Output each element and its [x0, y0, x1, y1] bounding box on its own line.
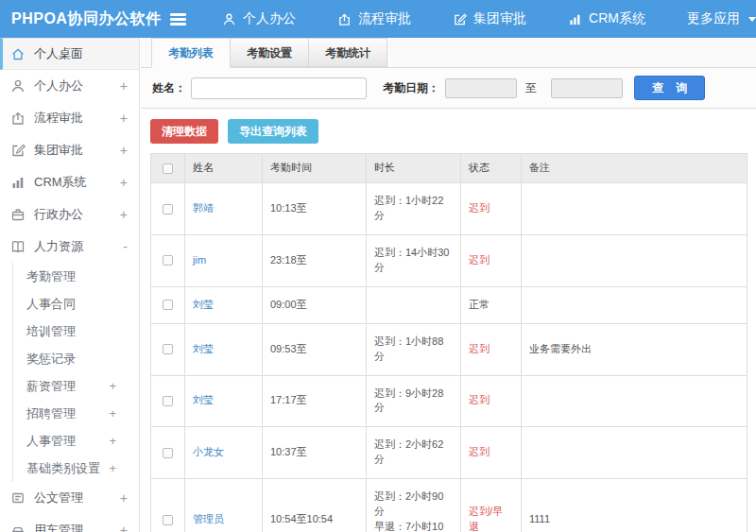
- sidebar-subitem-salary-management[interactable]: 薪资管理 +: [13, 372, 139, 400]
- sidebar-subitem-label: 考勤管理: [26, 268, 76, 285]
- sidebar-subitem-attendance-management[interactable]: 考勤管理: [13, 263, 139, 290]
- nav-more-apps[interactable]: 更多应用: [687, 10, 756, 27]
- sidebar-item-vehicle-management[interactable]: 用车管理 +: [0, 514, 139, 532]
- expand-plus-icon[interactable]: +: [120, 490, 128, 506]
- sidebar-item-label: CRM系统: [34, 174, 87, 191]
- employee-name-link[interactable]: 刘莹: [193, 343, 214, 354]
- employee-name-link[interactable]: 管理员: [193, 513, 224, 524]
- employee-name-link[interactable]: 郭靖: [193, 202, 214, 214]
- sidebar-subitem-recruitment-management[interactable]: 招聘管理 +: [13, 400, 139, 427]
- sidebar-submenu-hr: 考勤管理 人事合同 培训管理 奖惩记录 薪资管理 + 招聘管理 + 人事管理 +…: [12, 263, 139, 482]
- employee-name-link[interactable]: jim: [193, 254, 206, 266]
- sidebar-item-document-management[interactable]: 公文管理 +: [0, 482, 139, 514]
- sidebar-item-personal-desktop[interactable]: 个人桌面: [0, 38, 139, 70]
- caret-down-icon: [748, 17, 756, 22]
- book-icon: [10, 239, 26, 254]
- person-icon: [222, 12, 236, 26]
- sidebar-item-crm-system[interactable]: CRM系统 +: [0, 166, 139, 198]
- attendance-time-cell: 10:13至: [263, 182, 367, 234]
- remark-cell: [522, 234, 747, 286]
- status-badge: 迟到: [461, 375, 522, 427]
- tab-attendance-settings[interactable]: 考勤设置: [230, 38, 309, 67]
- employee-name-link[interactable]: 小龙女: [193, 446, 224, 457]
- nav-personal-office[interactable]: 个人办公: [222, 10, 296, 27]
- sidebar-subitem-personnel-management[interactable]: 人事管理 +: [13, 427, 139, 455]
- content-area: 清理数据 导出查询列表 姓名 考勤时间 时长 状态 备注 郭靖10:13至迟到：…: [141, 109, 756, 532]
- expand-plus-icon[interactable]: +: [120, 111, 128, 126]
- tab-attendance-list[interactable]: 考勤列表: [151, 38, 231, 68]
- row-checkbox[interactable]: [163, 204, 173, 215]
- status-badge: 迟到: [461, 234, 522, 286]
- employee-name-link[interactable]: 刘莹: [193, 299, 214, 310]
- sidebar-subitem-label: 人事管理: [26, 433, 76, 450]
- duration-cell: 迟到：2小时90分早退：7小时10分: [367, 479, 461, 532]
- hamburger-menu-icon[interactable]: [170, 13, 186, 26]
- sidebar-item-personal-office[interactable]: 个人办公 +: [0, 70, 139, 102]
- expand-plus-icon[interactable]: +: [120, 523, 128, 532]
- expand-plus-icon[interactable]: +: [109, 379, 116, 393]
- sidebar-item-label: 行政办公: [34, 206, 83, 223]
- sidebar-subitem-training-management[interactable]: 培训管理: [13, 317, 139, 345]
- table-row: jim23:18至迟到：14小时30分迟到: [151, 234, 747, 286]
- chart-icon: [568, 12, 582, 26]
- expand-plus-icon[interactable]: +: [109, 434, 116, 448]
- home-icon: [10, 46, 26, 61]
- attendance-time-cell: 10:37至: [263, 427, 367, 479]
- column-header-name: 姓名: [185, 154, 263, 183]
- sidebar-subitem-personnel-contract[interactable]: 人事合同: [13, 290, 139, 317]
- duration-cell: 迟到：14小时30分: [367, 234, 461, 286]
- sidebar-subitem-label: 培训管理: [26, 323, 76, 340]
- name-filter-input[interactable]: [191, 77, 367, 99]
- sidebar-item-human-resources[interactable]: 人力资源 -: [0, 231, 139, 263]
- search-button[interactable]: 查 询: [634, 76, 705, 100]
- sidebar-item-admin-office[interactable]: 行政办公 +: [0, 198, 139, 231]
- attendance-time-cell: 23:18至: [263, 234, 367, 286]
- date-from-input[interactable]: [445, 78, 517, 98]
- table-row: 刘莹17:17至迟到：9小时28分迟到: [151, 375, 747, 427]
- chart-icon: [10, 175, 26, 190]
- flow-icon: [337, 12, 352, 26]
- expand-plus-icon[interactable]: +: [120, 143, 128, 158]
- nav-crm-system[interactable]: CRM系统: [568, 10, 645, 27]
- sidebar-subitem-label: 基础类别设置: [26, 460, 100, 477]
- sidebar-item-label: 用车管理: [34, 522, 83, 532]
- export-list-button[interactable]: 导出查询列表: [228, 119, 318, 144]
- attendance-time-cell: 10:54至10:54: [263, 479, 367, 532]
- employee-name-link[interactable]: 刘莹: [193, 394, 214, 405]
- sidebar-item-label: 集团审批: [34, 142, 83, 159]
- attendance-time-cell: 09:00至: [263, 286, 367, 323]
- row-checkbox[interactable]: [163, 515, 173, 525]
- row-checkbox[interactable]: [163, 255, 173, 266]
- row-checkbox[interactable]: [163, 300, 173, 310]
- expand-plus-icon[interactable]: +: [120, 175, 128, 190]
- document-icon: [10, 490, 26, 506]
- row-checkbox[interactable]: [163, 448, 173, 458]
- top-bar: PHPOA协同办公软件 个人办公 流程审批 集团审批 CRM系统 更多应用: [0, 0, 756, 38]
- nav-workflow-approval[interactable]: 流程审批: [337, 10, 411, 27]
- attendance-time-cell: 17:17至: [263, 375, 367, 427]
- row-checkbox[interactable]: [163, 344, 173, 354]
- sidebar-item-workflow-approval[interactable]: 流程审批 +: [0, 102, 139, 134]
- table-row: 刘莹09:00至正常: [151, 286, 747, 323]
- select-all-checkbox[interactable]: [163, 163, 173, 174]
- remark-cell: 1111: [522, 479, 747, 532]
- table-row: 刘莹09:53至迟到：1小时88分迟到业务需要外出: [151, 323, 747, 375]
- tab-bar: 考勤列表 考勤设置 考勤统计: [141, 38, 756, 68]
- expand-plus-icon[interactable]: +: [109, 406, 116, 420]
- date-range-to-label: 至: [525, 80, 537, 96]
- expand-plus-icon[interactable]: +: [109, 461, 116, 475]
- sidebar-item-group-approval[interactable]: 集团审批 +: [0, 134, 139, 166]
- nav-group-approval[interactable]: 集团审批: [453, 10, 526, 27]
- collapse-minus-icon[interactable]: -: [123, 239, 128, 254]
- nav-label: 更多应用: [687, 10, 740, 27]
- expand-plus-icon[interactable]: +: [120, 207, 128, 222]
- expand-plus-icon[interactable]: +: [120, 78, 128, 94]
- tab-attendance-statistics[interactable]: 考勤统计: [308, 38, 387, 67]
- date-to-input[interactable]: [551, 78, 623, 98]
- remark-cell: 业务需要外出: [522, 323, 747, 375]
- clear-data-button[interactable]: 清理数据: [150, 119, 218, 144]
- sidebar-subitem-reward-punishment[interactable]: 奖惩记录: [13, 345, 139, 372]
- row-checkbox[interactable]: [163, 396, 173, 406]
- date-filter-label: 考勤日期：: [383, 80, 439, 96]
- sidebar-subitem-base-category-settings[interactable]: 基础类别设置 +: [13, 455, 139, 482]
